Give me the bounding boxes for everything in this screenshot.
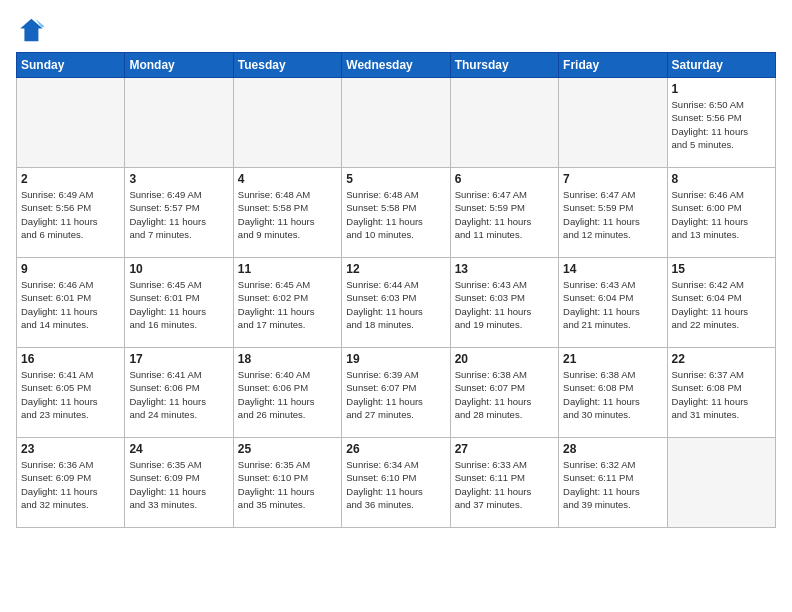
day-cell: 24Sunrise: 6:35 AM Sunset: 6:09 PM Dayli… [125, 438, 233, 528]
day-cell [342, 78, 450, 168]
day-info: Sunrise: 6:41 AM Sunset: 6:05 PM Dayligh… [21, 368, 120, 421]
day-info: Sunrise: 6:44 AM Sunset: 6:03 PM Dayligh… [346, 278, 445, 331]
day-cell: 14Sunrise: 6:43 AM Sunset: 6:04 PM Dayli… [559, 258, 667, 348]
day-cell: 27Sunrise: 6:33 AM Sunset: 6:11 PM Dayli… [450, 438, 558, 528]
day-cell: 19Sunrise: 6:39 AM Sunset: 6:07 PM Dayli… [342, 348, 450, 438]
day-info: Sunrise: 6:32 AM Sunset: 6:11 PM Dayligh… [563, 458, 662, 511]
day-info: Sunrise: 6:38 AM Sunset: 6:08 PM Dayligh… [563, 368, 662, 421]
column-header-monday: Monday [125, 53, 233, 78]
day-number: 6 [455, 172, 554, 186]
day-number: 11 [238, 262, 337, 276]
day-number: 9 [21, 262, 120, 276]
week-row-3: 9Sunrise: 6:46 AM Sunset: 6:01 PM Daylig… [17, 258, 776, 348]
day-info: Sunrise: 6:48 AM Sunset: 5:58 PM Dayligh… [346, 188, 445, 241]
day-number: 17 [129, 352, 228, 366]
page-header [16, 16, 776, 44]
day-cell: 6Sunrise: 6:47 AM Sunset: 5:59 PM Daylig… [450, 168, 558, 258]
day-info: Sunrise: 6:46 AM Sunset: 6:00 PM Dayligh… [672, 188, 771, 241]
day-cell: 9Sunrise: 6:46 AM Sunset: 6:01 PM Daylig… [17, 258, 125, 348]
day-cell: 8Sunrise: 6:46 AM Sunset: 6:00 PM Daylig… [667, 168, 775, 258]
day-cell: 7Sunrise: 6:47 AM Sunset: 5:59 PM Daylig… [559, 168, 667, 258]
day-number: 15 [672, 262, 771, 276]
day-info: Sunrise: 6:35 AM Sunset: 6:10 PM Dayligh… [238, 458, 337, 511]
day-number: 25 [238, 442, 337, 456]
day-info: Sunrise: 6:47 AM Sunset: 5:59 PM Dayligh… [455, 188, 554, 241]
day-info: Sunrise: 6:48 AM Sunset: 5:58 PM Dayligh… [238, 188, 337, 241]
calendar-table: SundayMondayTuesdayWednesdayThursdayFrid… [16, 52, 776, 528]
day-info: Sunrise: 6:43 AM Sunset: 6:03 PM Dayligh… [455, 278, 554, 331]
day-number: 13 [455, 262, 554, 276]
day-cell [233, 78, 341, 168]
logo [16, 16, 48, 44]
day-info: Sunrise: 6:45 AM Sunset: 6:02 PM Dayligh… [238, 278, 337, 331]
day-number: 21 [563, 352, 662, 366]
day-number: 1 [672, 82, 771, 96]
day-cell [17, 78, 125, 168]
day-number: 8 [672, 172, 771, 186]
day-info: Sunrise: 6:36 AM Sunset: 6:09 PM Dayligh… [21, 458, 120, 511]
column-header-thursday: Thursday [450, 53, 558, 78]
day-cell: 10Sunrise: 6:45 AM Sunset: 6:01 PM Dayli… [125, 258, 233, 348]
day-info: Sunrise: 6:33 AM Sunset: 6:11 PM Dayligh… [455, 458, 554, 511]
day-number: 12 [346, 262, 445, 276]
calendar-header-row: SundayMondayTuesdayWednesdayThursdayFrid… [17, 53, 776, 78]
day-number: 27 [455, 442, 554, 456]
day-number: 7 [563, 172, 662, 186]
day-info: Sunrise: 6:37 AM Sunset: 6:08 PM Dayligh… [672, 368, 771, 421]
day-info: Sunrise: 6:34 AM Sunset: 6:10 PM Dayligh… [346, 458, 445, 511]
day-number: 19 [346, 352, 445, 366]
day-cell [559, 78, 667, 168]
day-cell: 21Sunrise: 6:38 AM Sunset: 6:08 PM Dayli… [559, 348, 667, 438]
day-cell: 11Sunrise: 6:45 AM Sunset: 6:02 PM Dayli… [233, 258, 341, 348]
week-row-5: 23Sunrise: 6:36 AM Sunset: 6:09 PM Dayli… [17, 438, 776, 528]
day-cell: 20Sunrise: 6:38 AM Sunset: 6:07 PM Dayli… [450, 348, 558, 438]
day-info: Sunrise: 6:47 AM Sunset: 5:59 PM Dayligh… [563, 188, 662, 241]
day-cell: 1Sunrise: 6:50 AM Sunset: 5:56 PM Daylig… [667, 78, 775, 168]
day-number: 14 [563, 262, 662, 276]
day-info: Sunrise: 6:35 AM Sunset: 6:09 PM Dayligh… [129, 458, 228, 511]
day-cell: 3Sunrise: 6:49 AM Sunset: 5:57 PM Daylig… [125, 168, 233, 258]
day-cell [125, 78, 233, 168]
day-info: Sunrise: 6:49 AM Sunset: 5:57 PM Dayligh… [129, 188, 228, 241]
day-number: 16 [21, 352, 120, 366]
day-cell: 5Sunrise: 6:48 AM Sunset: 5:58 PM Daylig… [342, 168, 450, 258]
day-number: 10 [129, 262, 228, 276]
logo-icon [16, 16, 44, 44]
day-cell [667, 438, 775, 528]
column-header-saturday: Saturday [667, 53, 775, 78]
day-cell: 28Sunrise: 6:32 AM Sunset: 6:11 PM Dayli… [559, 438, 667, 528]
day-number: 2 [21, 172, 120, 186]
day-info: Sunrise: 6:42 AM Sunset: 6:04 PM Dayligh… [672, 278, 771, 331]
day-number: 22 [672, 352, 771, 366]
day-info: Sunrise: 6:46 AM Sunset: 6:01 PM Dayligh… [21, 278, 120, 331]
day-number: 20 [455, 352, 554, 366]
day-cell: 4Sunrise: 6:48 AM Sunset: 5:58 PM Daylig… [233, 168, 341, 258]
column-header-friday: Friday [559, 53, 667, 78]
column-header-sunday: Sunday [17, 53, 125, 78]
day-number: 26 [346, 442, 445, 456]
day-number: 3 [129, 172, 228, 186]
day-info: Sunrise: 6:49 AM Sunset: 5:56 PM Dayligh… [21, 188, 120, 241]
day-info: Sunrise: 6:43 AM Sunset: 6:04 PM Dayligh… [563, 278, 662, 331]
day-cell: 2Sunrise: 6:49 AM Sunset: 5:56 PM Daylig… [17, 168, 125, 258]
day-info: Sunrise: 6:40 AM Sunset: 6:06 PM Dayligh… [238, 368, 337, 421]
day-cell: 13Sunrise: 6:43 AM Sunset: 6:03 PM Dayli… [450, 258, 558, 348]
day-info: Sunrise: 6:39 AM Sunset: 6:07 PM Dayligh… [346, 368, 445, 421]
day-cell: 18Sunrise: 6:40 AM Sunset: 6:06 PM Dayli… [233, 348, 341, 438]
day-number: 24 [129, 442, 228, 456]
day-info: Sunrise: 6:41 AM Sunset: 6:06 PM Dayligh… [129, 368, 228, 421]
day-number: 18 [238, 352, 337, 366]
day-info: Sunrise: 6:50 AM Sunset: 5:56 PM Dayligh… [672, 98, 771, 151]
column-header-wednesday: Wednesday [342, 53, 450, 78]
week-row-4: 16Sunrise: 6:41 AM Sunset: 6:05 PM Dayli… [17, 348, 776, 438]
day-cell: 17Sunrise: 6:41 AM Sunset: 6:06 PM Dayli… [125, 348, 233, 438]
day-number: 28 [563, 442, 662, 456]
day-info: Sunrise: 6:45 AM Sunset: 6:01 PM Dayligh… [129, 278, 228, 331]
day-cell: 26Sunrise: 6:34 AM Sunset: 6:10 PM Dayli… [342, 438, 450, 528]
day-cell: 16Sunrise: 6:41 AM Sunset: 6:05 PM Dayli… [17, 348, 125, 438]
day-cell: 25Sunrise: 6:35 AM Sunset: 6:10 PM Dayli… [233, 438, 341, 528]
week-row-2: 2Sunrise: 6:49 AM Sunset: 5:56 PM Daylig… [17, 168, 776, 258]
day-cell: 23Sunrise: 6:36 AM Sunset: 6:09 PM Dayli… [17, 438, 125, 528]
day-number: 4 [238, 172, 337, 186]
day-number: 23 [21, 442, 120, 456]
